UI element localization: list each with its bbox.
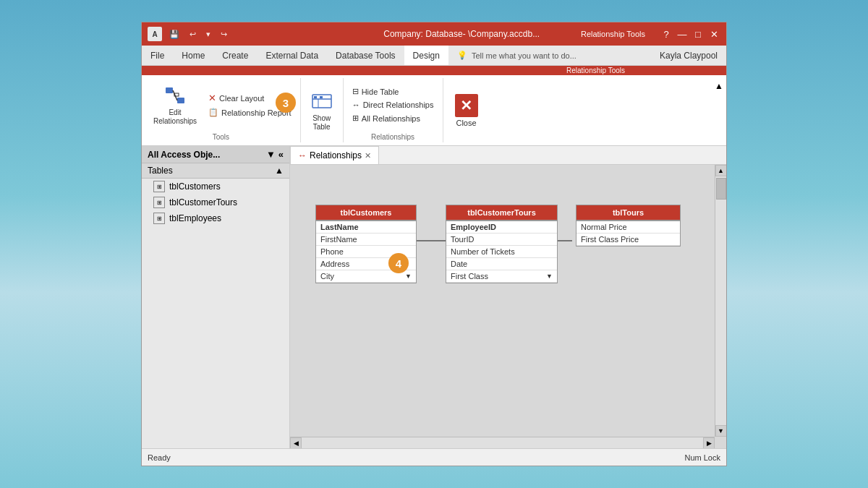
field-tickets: Number of Tickets <box>446 246 557 258</box>
ribbon-content: EditRelationships ✕ Clear Layout 📋 Relat… <box>142 75 726 145</box>
field-tourid: TourID <box>446 234 557 246</box>
status-text: Ready <box>148 453 171 462</box>
menu-external-data[interactable]: External Data <box>257 46 327 65</box>
direct-relationships-button[interactable]: ↔ Direct Relationships <box>349 99 437 111</box>
all-relationships-button[interactable]: ⊞ All Relationships <box>349 112 437 124</box>
nav-section-tables[interactable]: Tables ▲ <box>142 163 289 179</box>
undo-btn[interactable]: ↩ <box>187 28 199 40</box>
nav-panel-header: All Access Obje... ▼ « <box>142 146 289 163</box>
menu-create[interactable]: Create <box>213 46 257 65</box>
nav-panel-icons: ▼ « <box>266 149 284 160</box>
table-icon-customers: ⊞ <box>153 181 165 192</box>
field-firstclass: First Class ▼ <box>446 270 557 283</box>
canvas-scrollbar-vertical[interactable]: ▲ ▼ <box>715 165 726 437</box>
nav-filter-icon[interactable]: ▼ <box>266 149 276 160</box>
table-tblcustomertours-header: tblCustomerTours <box>446 205 557 221</box>
undo-down-btn[interactable]: ▾ <box>203 28 213 40</box>
nav-item-customers-label: tblCustomers <box>169 181 221 192</box>
relationships-tab-label: Relationships <box>310 150 362 160</box>
field-firstclassprice: First Class Price <box>576 234 680 246</box>
rel-col-btns: ⊟ Hide Table ↔ Direct Relationships ⊞ Al… <box>349 85 437 124</box>
menu-design[interactable]: Design <box>404 46 448 65</box>
scroll-left-arrow[interactable]: ◀ <box>290 437 302 449</box>
scroll-down-icon: ▼ <box>405 273 412 280</box>
table-tbltours-header: tblTours <box>576 205 680 221</box>
close-button[interactable]: ✕ Close <box>449 91 484 130</box>
close-label: Close <box>456 119 476 127</box>
table-tbltours[interactable]: tblTours Normal Price First Class Price <box>576 205 681 247</box>
table-tblcustomertours[interactable]: tblCustomerTours EmployeeID TourID Numbe… <box>446 205 558 283</box>
user-name: Kayla Claypool <box>651 48 726 64</box>
ribbon-tools-items: EditRelationships ✕ Clear Layout 📋 Relat… <box>148 78 294 132</box>
nav-tables-label: Tables <box>148 166 173 176</box>
menu-file[interactable]: File <box>142 46 173 65</box>
field-firstname: FirstName <box>316 234 416 246</box>
clear-layout-label: Clear Layout <box>219 94 264 103</box>
svg-rect-1 <box>177 98 184 103</box>
direct-rel-icon: ↔ <box>352 100 360 109</box>
direct-rel-label: Direct Relationships <box>363 100 434 109</box>
table-tblcustomers-header: tblCustomers <box>316 205 416 221</box>
menu-home[interactable]: Home <box>173 46 213 65</box>
field-employeeid: EmployeeID <box>446 221 557 234</box>
relationships-tab[interactable]: ↔ Relationships ✕ <box>290 146 379 164</box>
close-items: ✕ Close <box>449 78 484 142</box>
field-date: Date <box>446 258 557 270</box>
close-window-button[interactable]: ✕ <box>707 27 720 40</box>
nav-item-tblcustomertours[interactable]: ⊞ tblCustomerTours <box>142 194 289 210</box>
title-bar: A 💾 ↩ ▾ ↪ Company: Database- \Company.ac… <box>142 22 726 46</box>
rel-group-label: Relationships <box>349 132 437 142</box>
maximize-button[interactable]: □ <box>692 27 705 40</box>
save-icon[interactable]: 💾 <box>166 28 182 40</box>
canvas-scrollbar-horizontal[interactable]: ◀ ▶ <box>290 437 715 448</box>
edit-relationships-button[interactable]: EditRelationships <box>148 81 203 129</box>
nav-item-tblemployees[interactable]: ⊞ tblEmployees <box>142 210 289 226</box>
table-icon-tours: ⊞ <box>153 197 165 208</box>
ribbon-collapse-btn[interactable]: ▲ <box>712 78 726 142</box>
show-table-icon <box>310 90 333 113</box>
scroll-down-arrow[interactable]: ▼ <box>715 425 727 437</box>
ribbon-group-show-table: ShowTable <box>301 78 344 142</box>
table-icon-employees: ⊞ <box>153 213 165 224</box>
nav-item-tblcustomers[interactable]: ⊞ tblCustomers <box>142 179 289 194</box>
hide-table-label: Hide Table <box>362 87 399 96</box>
canvas-area[interactable]: tblCustomers LastName FirstName Phone Ad… <box>290 165 726 448</box>
ribbon-group-relationships: ⊟ Hide Table ↔ Direct Relationships ⊞ Al… <box>344 78 443 142</box>
redo-btn[interactable]: ↪ <box>218 28 230 40</box>
nav-item-customertours-label: tblCustomerTours <box>169 197 237 207</box>
edit-relationships-label: EditRelationships <box>153 108 197 126</box>
show-table-label: ShowTable <box>312 114 331 132</box>
show-table-items: ShowTable <box>304 78 340 142</box>
nav-search-icon[interactable]: « <box>278 149 284 160</box>
svg-rect-0 <box>166 87 173 93</box>
title-bar-left: A 💾 ↩ ▾ ↪ <box>148 27 357 41</box>
svg-rect-7 <box>314 96 317 98</box>
tab-bar: ↔ Relationships ✕ <box>290 146 726 165</box>
minimize-button[interactable]: — <box>676 27 689 40</box>
nav-item-employees-label: tblEmployees <box>169 213 221 223</box>
tab-close-btn[interactable]: ✕ <box>365 151 371 160</box>
ribbon: Relationship Tools EditRelationships <box>142 66 726 146</box>
menu-database-tools[interactable]: Database Tools <box>327 46 404 65</box>
scroll-right-arrow[interactable]: ▶ <box>703 437 715 449</box>
hide-table-button[interactable]: ⊟ Hide Table <box>349 85 437 98</box>
ribbon-tools-label: Relationship Tools <box>142 66 726 75</box>
ribbon-group-close: ✕ Close <box>443 78 490 142</box>
field-lastname: LastName <box>316 221 416 234</box>
nav-panel: All Access Obje... ▼ « Tables ▲ ⊞ tblCus… <box>142 146 290 448</box>
nav-panel-title: All Access Obje... <box>148 150 220 160</box>
scroll-thumb-v[interactable] <box>716 178 726 200</box>
show-table-button[interactable]: ShowTable <box>304 87 340 134</box>
relationship-report-icon: 📋 <box>208 108 218 117</box>
nav-tables-collapse-icon: ▲ <box>275 166 284 176</box>
tell-me-placeholder: Tell me what you want to do... <box>472 51 576 60</box>
title-bar-controls: ? — □ ✕ <box>660 27 720 40</box>
tell-me-bar[interactable]: 💡 Tell me what you want to do... <box>448 51 651 60</box>
relationships-tab-icon: ↔ <box>298 150 307 160</box>
tools-group-label: Tools <box>148 132 294 142</box>
clear-layout-icon: ✕ <box>208 93 216 103</box>
svg-rect-8 <box>320 96 323 98</box>
scroll-up-arrow[interactable]: ▲ <box>715 165 727 176</box>
svg-line-2 <box>173 90 177 100</box>
help-button[interactable]: ? <box>660 27 673 40</box>
